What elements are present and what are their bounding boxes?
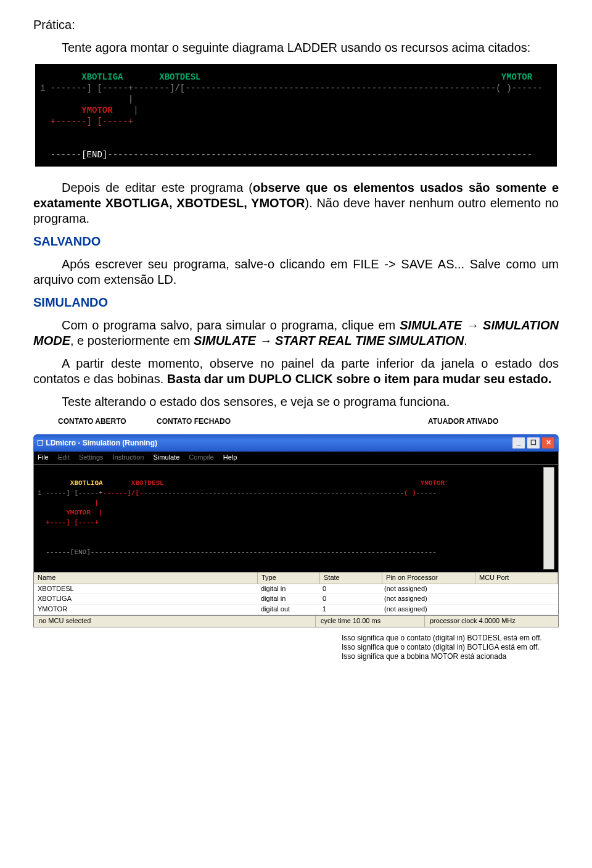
label-atuador-ativado: ATUADOR ATIVADO: [428, 417, 498, 426]
cell: digital in: [257, 584, 319, 594]
cell: 1: [319, 605, 380, 614]
menu-settings[interactable]: Settings: [79, 453, 104, 461]
menu-edit[interactable]: Edit: [58, 453, 70, 461]
sim-xbotliga: XBOTLIGA: [70, 479, 103, 487]
cell: 0: [319, 594, 380, 604]
paragraph-simulate-3: Teste alterando o estado dos sensores, e…: [33, 394, 559, 410]
status-mcu: no MCU selected: [34, 616, 316, 627]
menu-file[interactable]: File: [38, 453, 49, 461]
paragraph-intro: Tente agora montar o seguinte diagrama L…: [33, 40, 559, 56]
sim-ymotor: YMOTOR: [421, 479, 445, 487]
col-type[interactable]: Type: [258, 572, 320, 584]
label-contato-aberto: CONTATO ABERTO: [58, 417, 126, 426]
ladder1-end: [END]: [81, 150, 107, 160]
p5b: Basta dar um DUPLO CLICK sobre o item pa…: [167, 372, 551, 386]
table-row[interactable]: YMOTOR digital out 1 (not assigned): [34, 605, 558, 615]
sim-ladder: XBOTLIGA XBOTDESL YMOTOR 1 -----] [-----…: [33, 465, 559, 572]
cell: [473, 605, 558, 614]
p4d: SIMULATE → START REAL TIME SIMULATION: [194, 334, 464, 347]
col-port[interactable]: MCU Port: [475, 572, 558, 584]
window-title: LDmicro - Simulation (Running): [46, 439, 157, 447]
status-clock: processor clock 4.0000 MHz: [425, 616, 558, 627]
io-table-header: Name Type State Pin on Processor MCU Por…: [34, 572, 558, 584]
footnote-3: Isso significa que a bobina MOTOR está a…: [342, 652, 559, 661]
menu-simulate[interactable]: Simulate: [153, 453, 179, 461]
cell: (not assigned): [380, 584, 473, 594]
label-contato-fechado: CONTATO FECHADO: [157, 417, 231, 426]
cell: (not assigned): [380, 605, 473, 614]
footnote-2: Isso significa que o contato (digital in…: [342, 643, 559, 652]
p2-pre: Depois de editar este programa (: [62, 181, 253, 194]
paragraph-after-ladder: Depois de editar este programa (observe …: [33, 180, 559, 226]
heading-salvando: SALVANDO: [33, 234, 559, 249]
paragraph-simulate-2: A partir deste momento, observe no paine…: [33, 356, 559, 387]
cell: [473, 584, 558, 594]
sim-xbotdesl: XBOTDESL: [131, 479, 164, 487]
status-cycle: cycle time 10.00 ms: [316, 616, 425, 627]
sim-ymotor-branch: YMOTOR: [66, 509, 91, 516]
sim-label-row: CONTATO ABERTO CONTATO FECHADO ATUADOR A…: [33, 417, 559, 434]
titlebar[interactable]: ☐ LDmicro - Simulation (Running) _ ☐ ✕: [33, 434, 559, 452]
minimize-button[interactable]: _: [512, 437, 525, 449]
ladder-diagram-1: XBOTLIGA XBOTDESL YMOTOR 1 -------] [---…: [33, 64, 559, 167]
cell: [473, 594, 558, 604]
ladder1-ymotor-branch: YMOTOR: [81, 105, 112, 115]
io-table: Name Type State Pin on Processor MCU Por…: [33, 572, 559, 616]
paragraph-simulate-1: Com o programa salvo, para simular o pro…: [33, 318, 559, 349]
paragraph-salvando: Após escrever seu programa, salve-o clic…: [33, 257, 559, 287]
close-button[interactable]: ✕: [541, 437, 555, 449]
p4c: , e posteriormente em: [70, 334, 194, 347]
p4e: .: [464, 334, 467, 347]
sim-window: ☐ LDmicro - Simulation (Running) _ ☐ ✕ F…: [33, 434, 559, 627]
menu-help[interactable]: Help: [223, 453, 237, 461]
sim-end: [END]: [70, 548, 91, 556]
cell: (not assigned): [380, 594, 473, 604]
statusbar: no MCU selected cycle time 10.00 ms proc…: [33, 616, 559, 627]
col-name[interactable]: Name: [34, 572, 258, 584]
cell: digital in: [257, 594, 319, 604]
table-row[interactable]: XBOTDESL digital in 0 (not assigned): [34, 584, 558, 595]
footnotes: Isso significa que o contato (digital in…: [342, 634, 559, 661]
cell: digital out: [257, 605, 319, 614]
heading-pratica: Prática:: [33, 17, 559, 33]
cell: 0: [319, 584, 380, 594]
ladder1-xbotliga: XBOTLIGA: [81, 72, 123, 82]
ladder1-xbotdesl: XBOTDESL: [159, 72, 200, 82]
cell: YMOTOR: [34, 605, 257, 614]
menu-instruction[interactable]: Instruction: [113, 453, 144, 461]
cell: XBOTLIGA: [34, 594, 257, 604]
table-row[interactable]: XBOTLIGA digital in 0 (not assigned): [34, 594, 558, 605]
col-state[interactable]: State: [320, 572, 382, 584]
menu-compile[interactable]: Compile: [189, 453, 213, 461]
maximize-button[interactable]: ☐: [527, 437, 540, 449]
ladder1-ymotor: YMOTOR: [501, 72, 532, 82]
footnote-1: Isso significa que o contato (digital in…: [342, 634, 559, 643]
cell: XBOTDESL: [34, 584, 257, 594]
col-pin[interactable]: Pin on Processor: [382, 572, 475, 584]
menubar: File Edit Settings Instruction Simulate …: [33, 452, 559, 465]
heading-simulando: SIMULANDO: [33, 295, 559, 310]
p4a: Com o programa salvo, para simular o pro…: [62, 318, 400, 332]
